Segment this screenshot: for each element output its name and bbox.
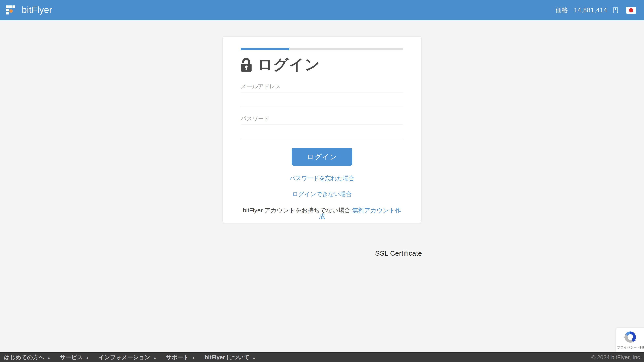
menu-up-arrow-icon: ▲	[47, 356, 50, 359]
footer: はじめての方へ ▲ サービス ▲ インフォメーション ▲ サポート ▲ bitF…	[0, 352, 644, 362]
no-account-text: bitFlyer アカウントをお持ちでない場合	[243, 207, 350, 214]
recaptcha-privacy-link[interactable]: プライバシー	[617, 346, 637, 349]
email-label: メールアドレス	[241, 84, 403, 89]
recaptcha-icon	[623, 330, 638, 344]
signup-row: bitFlyer アカウントをお持ちでない場合 無料アカウント作成	[241, 207, 403, 219]
top-header: bitFlyer 価格 14,881,414 円	[0, 0, 644, 20]
menu-up-arrow-icon: ▲	[153, 356, 156, 359]
recaptcha-badge[interactable]: プライバシー - 利用規約	[616, 328, 644, 352]
ssl-certificate-text: SSL Certificate	[375, 249, 422, 257]
footer-item-label: bitFlyer について	[205, 355, 250, 360]
login-card: ログイン メールアドレス パスワード ログイン パスワードを忘れた場合 ログイン…	[223, 37, 421, 223]
footer-item-information[interactable]: インフォメーション ▲	[98, 355, 156, 360]
menu-up-arrow-icon: ▲	[86, 356, 89, 359]
menu-up-arrow-icon: ▲	[252, 356, 256, 359]
page-title-text: ログイン	[258, 55, 320, 75]
recaptcha-links: プライバシー - 利用規約	[617, 346, 644, 350]
progress-bar-fill	[241, 48, 290, 50]
recaptcha-terms-link[interactable]: 利用規約	[640, 346, 644, 349]
menu-up-arrow-icon: ▲	[192, 356, 195, 359]
price-display: 価格 14,881,414 円	[556, 6, 636, 14]
recaptcha-separator: -	[638, 346, 638, 349]
footer-item-label: サポート	[166, 355, 189, 360]
email-input[interactable]	[241, 92, 403, 107]
footer-item-label: はじめての方へ	[4, 355, 44, 360]
progress-bar	[241, 48, 403, 50]
footer-item-about[interactable]: bitFlyer について ▲	[205, 355, 256, 360]
price-value: 14,881,414	[574, 7, 607, 14]
page-title: ログイン	[241, 55, 403, 74]
price-unit: 円	[612, 6, 619, 14]
price-label: 価格	[556, 6, 568, 14]
cannot-login-link[interactable]: ログインできない場合	[241, 191, 403, 197]
password-label: パスワード	[241, 116, 403, 121]
flag-red-circle	[629, 8, 633, 12]
brand-logo[interactable]: bitFlyer	[6, 5, 52, 15]
footer-item-services[interactable]: サービス ▲	[60, 355, 89, 360]
footer-item-beginners[interactable]: はじめての方へ ▲	[4, 355, 50, 360]
forgot-password-link[interactable]: パスワードを忘れた場合	[241, 175, 403, 181]
password-input[interactable]	[241, 124, 403, 139]
brand-name: bitFlyer	[22, 5, 52, 14]
footer-item-support[interactable]: サポート ▲	[166, 355, 195, 360]
login-button[interactable]: ログイン	[292, 148, 352, 166]
footer-item-label: インフォメーション	[98, 355, 150, 360]
copyright-text: © 2024 bitFlyer, Inc.	[592, 355, 642, 360]
bitflyer-logo-icon	[6, 5, 18, 15]
japan-flag-icon[interactable]	[626, 7, 636, 14]
unlock-icon	[241, 57, 252, 72]
footer-item-label: サービス	[60, 355, 83, 360]
